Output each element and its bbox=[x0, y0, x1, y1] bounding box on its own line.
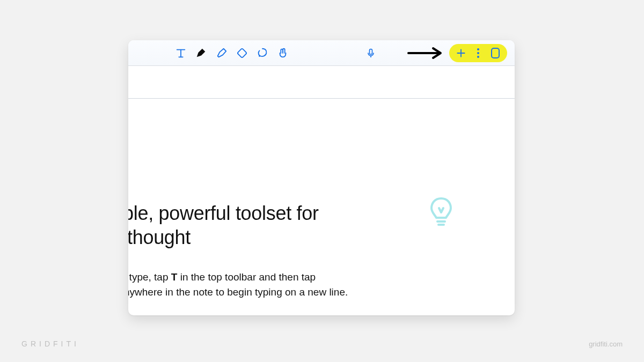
headline-line-2: thought bbox=[128, 225, 515, 249]
add-icon[interactable] bbox=[456, 48, 466, 58]
horizontal-rule bbox=[128, 98, 515, 99]
document-headline: ple, powerful toolset for thought bbox=[128, 201, 515, 249]
body-line-2: nywhere in the note to begin typing on a… bbox=[128, 285, 515, 300]
body-line-1-suffix: in the top toolbar and then tap bbox=[177, 271, 316, 283]
lasso-tool-icon[interactable] bbox=[256, 47, 269, 60]
tool-group-right-highlighted bbox=[449, 44, 507, 62]
top-toolbar bbox=[128, 40, 515, 66]
tool-group-mic bbox=[364, 40, 377, 65]
svg-point-3 bbox=[477, 48, 479, 50]
brand-logo-text: GRIDFITI bbox=[21, 339, 79, 348]
svg-point-4 bbox=[477, 52, 479, 54]
body-line-1-prefix: ) type, tap bbox=[128, 271, 171, 283]
document-content[interactable]: ple, powerful toolset for thought ) type… bbox=[128, 201, 515, 299]
svg-rect-6 bbox=[492, 48, 499, 58]
pen-tool-icon[interactable] bbox=[195, 47, 208, 60]
body-line-1: ) type, tap T in the top toolbar and the… bbox=[128, 270, 515, 285]
body-line-1-bold: T bbox=[171, 271, 178, 283]
eraser-tool-icon[interactable] bbox=[236, 47, 248, 60]
annotation-arrow-icon bbox=[406, 46, 445, 61]
svg-point-5 bbox=[477, 56, 479, 58]
two-finger-scroll-icon[interactable] bbox=[276, 47, 289, 60]
svg-rect-0 bbox=[237, 48, 247, 57]
highlighter-tool-icon[interactable] bbox=[215, 47, 228, 60]
page-options-icon[interactable] bbox=[490, 47, 501, 59]
app-window: ple, powerful toolset for thought ) type… bbox=[128, 40, 515, 315]
svg-rect-2 bbox=[370, 49, 372, 54]
text-tool-icon[interactable] bbox=[174, 47, 187, 60]
headline-line-1: ple, powerful toolset for bbox=[128, 201, 515, 225]
svg-point-1 bbox=[259, 55, 260, 57]
more-options-icon[interactable] bbox=[474, 48, 482, 58]
brand-url-text: gridfiti.com bbox=[589, 340, 623, 348]
document-body: ) type, tap T in the top toolbar and the… bbox=[128, 270, 515, 299]
tool-group-left bbox=[174, 40, 289, 65]
microphone-icon[interactable] bbox=[364, 47, 377, 60]
